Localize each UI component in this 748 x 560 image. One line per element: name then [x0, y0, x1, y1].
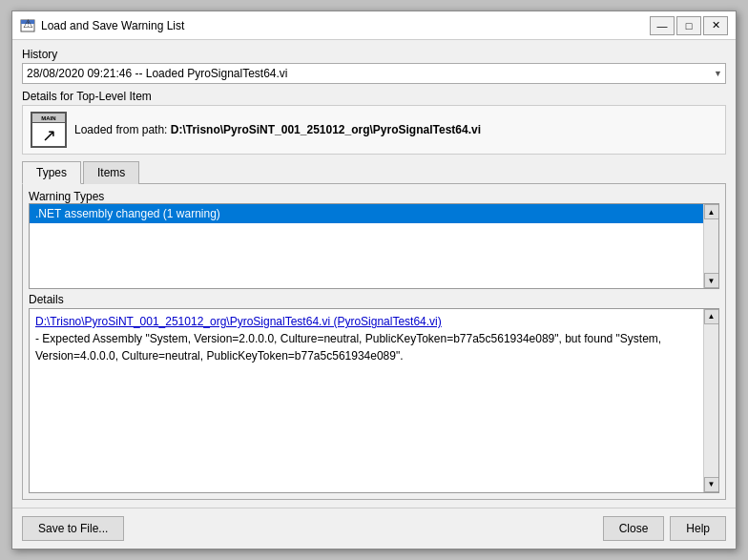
details-path-line[interactable]: D:\Trisno\PyroSiNT_001_251012_org\PyroSi… [35, 315, 442, 328]
scrollbar-track [704, 219, 718, 273]
details-text-box: D:\Trisno\PyroSiNT_001_251012_org\PyroSi… [29, 308, 719, 493]
details-section: Details D:\Trisno\PyroSiNT_001_251012_or… [29, 293, 719, 493]
tab-types[interactable]: Types [22, 161, 81, 184]
help-button[interactable]: Help [670, 516, 726, 541]
title-bar-controls: — □ ✕ [650, 16, 728, 35]
details-scroll-down-btn[interactable]: ▼ [704, 477, 719, 492]
close-button[interactable]: Close [603, 516, 665, 541]
maximize-button[interactable]: □ [676, 16, 701, 35]
save-to-file-button[interactable]: Save to File... [22, 516, 124, 541]
title-bar: ⚠ Load and Save Warning List — □ ✕ [12, 11, 736, 40]
content-area: History 28/08/2020 09:21:46 -- Loaded Py… [12, 40, 736, 508]
details-scrollbar-track [704, 324, 718, 477]
top-level-details-section: Details for Top-Level Item MAIN ↗ Loaded… [22, 90, 726, 155]
details-body-text: - Expected Assembly "System, Version=2.0… [35, 332, 661, 363]
details-scrollbar: ▲ ▼ [703, 309, 718, 492]
window-icon: ⚠ [20, 18, 35, 33]
main-window: ⚠ Load and Save Warning List — □ ✕ Histo… [11, 10, 737, 550]
list-item[interactable]: .NET assembly changed (1 warning) [30, 204, 718, 223]
footer-right: Close Help [603, 516, 726, 541]
history-dropdown[interactable]: 28/08/2020 09:21:46 -- Loaded PyroSignal… [22, 63, 726, 84]
tab-items[interactable]: Items [83, 161, 139, 184]
top-level-details-label: Details for Top-Level Item [22, 90, 726, 103]
loaded-from-label: Loaded from path: [74, 123, 167, 136]
warning-types-list[interactable]: .NET assembly changed (1 warning) ▲ ▼ [29, 203, 719, 289]
minimize-button[interactable]: — [650, 16, 675, 35]
tab-content-types: Warning Types .NET assembly changed (1 w… [22, 184, 726, 500]
tabs-container: Types Items Warning Types .NET assembly … [22, 160, 726, 500]
close-window-button[interactable]: ✕ [703, 16, 728, 35]
footer: Save to File... Close Help [12, 508, 736, 549]
details-scroll-up-btn[interactable]: ▲ [704, 309, 719, 324]
details-section-label: Details [29, 293, 719, 306]
window-title: Load and Save Warning List [41, 19, 184, 32]
vi-icon-arrow: ↗ [42, 125, 56, 146]
title-bar-left: ⚠ Load and Save Warning List [20, 18, 184, 33]
vi-icon: MAIN ↗ [31, 112, 67, 148]
scroll-up-btn[interactable]: ▲ [704, 204, 719, 219]
top-level-details-box: MAIN ↗ Loaded from path: D:\Trisno\PyroS… [22, 105, 726, 155]
history-label: History [22, 48, 726, 61]
svg-text:⚠: ⚠ [23, 18, 33, 31]
file-path-text: D:\Trisno\PyroSiNT_001_251012_org\PyroSi… [171, 123, 481, 136]
list-scrollbar: ▲ ▼ [703, 204, 718, 288]
tab-bar: Types Items [22, 160, 726, 184]
scroll-down-btn[interactable]: ▼ [704, 273, 719, 288]
top-level-details-text: Loaded from path: D:\Trisno\PyroSiNT_001… [74, 123, 481, 136]
warning-types-label: Warning Types [29, 190, 719, 203]
warning-types-section: Warning Types .NET assembly changed (1 w… [29, 190, 719, 289]
history-section: History 28/08/2020 09:21:46 -- Loaded Py… [22, 48, 726, 84]
vi-icon-label: MAIN [32, 114, 65, 123]
history-dropdown-wrapper: 28/08/2020 09:21:46 -- Loaded PyroSignal… [22, 63, 726, 84]
